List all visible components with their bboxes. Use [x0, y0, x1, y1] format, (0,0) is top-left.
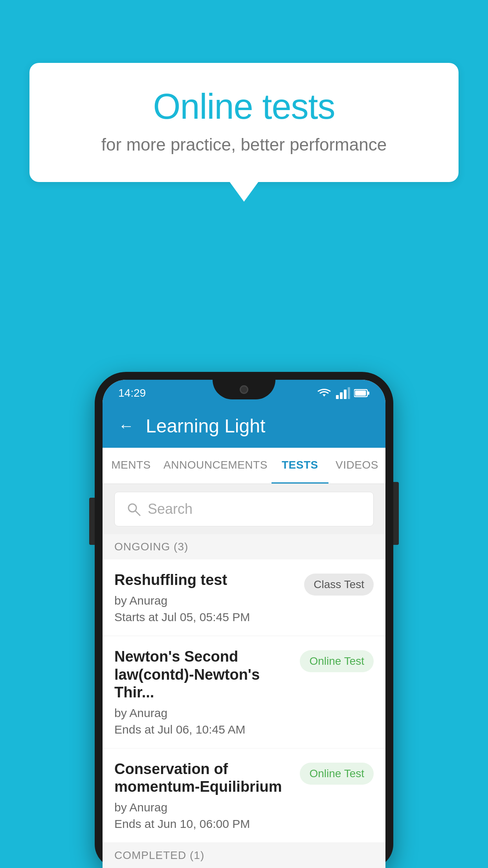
test-badge-2: Online Test [300, 650, 374, 672]
bubble-title: Online tests [57, 86, 431, 127]
camera [240, 385, 248, 394]
notch [213, 380, 275, 399]
phone-frame: 14:29 [95, 372, 393, 868]
svg-rect-1 [340, 392, 343, 399]
bubble-subtitle: for more practice, better performance [57, 135, 431, 154]
search-bar[interactable]: Search [114, 492, 374, 526]
speech-bubble: Online tests for more practice, better p… [29, 63, 459, 182]
search-icon [127, 502, 141, 516]
ongoing-label: ONGOING (3) [114, 541, 188, 553]
completed-label: COMPLETED (1) [114, 849, 204, 861]
search-placeholder: Search [148, 501, 193, 517]
completed-section-header: COMPLETED (1) [103, 843, 385, 868]
search-container: Search [103, 484, 385, 534]
test-badge-3: Online Test [300, 763, 374, 785]
phone-screen: 14:29 [103, 380, 385, 868]
test-item[interactable]: Conservation of momentum-Equilibrium by … [103, 748, 385, 843]
test-title-1: Reshuffling test [114, 571, 296, 589]
tabs: MENTS ANNOUNCEMENTS TESTS VIDEOS [103, 448, 385, 484]
svg-rect-2 [344, 390, 347, 399]
svg-rect-6 [355, 391, 366, 396]
signal-icon [336, 387, 350, 399]
app-bar-title: Learning Light [146, 415, 265, 437]
test-info-3: Conservation of momentum-Equilibrium by … [114, 760, 300, 831]
test-author-2: by Anurag [114, 706, 292, 720]
back-button[interactable]: ← [118, 417, 134, 435]
test-info-1: Reshuffling test by Anurag Starts at Jul… [114, 571, 304, 624]
test-item[interactable]: Reshuffling test by Anurag Starts at Jul… [103, 559, 385, 636]
test-item[interactable]: Newton's Second law(contd)-Newton's Thir… [103, 636, 385, 748]
svg-rect-3 [348, 387, 350, 399]
test-list: Reshuffling test by Anurag Starts at Jul… [103, 559, 385, 843]
test-time-2: Ends at Jul 06, 10:45 AM [114, 723, 292, 736]
battery-icon [354, 389, 370, 397]
test-title-2: Newton's Second law(contd)-Newton's Thir… [114, 648, 292, 702]
svg-rect-5 [367, 392, 369, 395]
tab-ments[interactable]: MENTS [103, 448, 160, 484]
test-time-1: Starts at Jul 05, 05:45 PM [114, 611, 296, 624]
tab-videos[interactable]: VIDEOS [328, 448, 385, 484]
status-icons [316, 387, 370, 399]
tab-announcements[interactable]: ANNOUNCEMENTS [160, 448, 272, 484]
wifi-icon [316, 387, 332, 399]
svg-rect-0 [336, 395, 339, 399]
test-author-1: by Anurag [114, 594, 296, 607]
app-bar: ← Learning Light [103, 404, 385, 448]
test-time-3: Ends at Jun 10, 06:00 PM [114, 817, 292, 831]
phone-wrapper: 14:29 [95, 372, 393, 868]
svg-line-8 [136, 511, 140, 515]
ongoing-section-header: ONGOING (3) [103, 534, 385, 559]
test-badge-1: Class Test [304, 574, 374, 596]
test-author-3: by Anurag [114, 801, 292, 814]
test-title-3: Conservation of momentum-Equilibrium [114, 760, 292, 796]
tab-tests[interactable]: TESTS [272, 448, 328, 484]
test-info-2: Newton's Second law(contd)-Newton's Thir… [114, 648, 300, 736]
status-time: 14:29 [118, 387, 146, 399]
